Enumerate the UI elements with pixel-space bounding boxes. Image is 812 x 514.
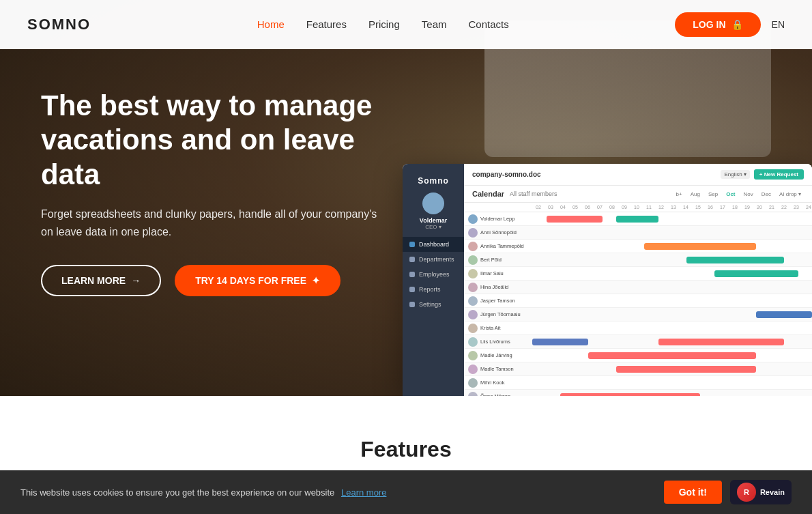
table-row: Jasper Tamson xyxy=(464,294,812,308)
app-screenshot: Somno Voldemar CEO ▾ Dashboard Departmen… xyxy=(403,164,812,396)
employee-name: Krista Ait xyxy=(464,324,532,333)
app-sidebar-logo: Somno xyxy=(403,172,464,192)
date-05: 05 xyxy=(569,203,581,212)
avatar xyxy=(468,214,478,224)
employee-name: Madle Tamson xyxy=(464,365,532,374)
avatar xyxy=(468,351,478,360)
month-oct-label[interactable]: Oct xyxy=(723,190,738,198)
date-02: 02 xyxy=(532,203,545,212)
date-19: 19 xyxy=(741,203,753,212)
nav-team[interactable]: Team xyxy=(422,18,447,30)
avatar xyxy=(468,269,478,279)
calendar-cells xyxy=(532,349,812,362)
sidebar-item-employees[interactable]: Employees xyxy=(403,267,464,282)
avatar xyxy=(468,296,478,306)
date-03: 03 xyxy=(545,203,557,212)
login-button[interactable]: LOG IN 🔒 xyxy=(675,12,760,37)
ai-dropdown[interactable]: AI drop ▾ xyxy=(777,190,804,198)
date-07: 07 xyxy=(594,203,606,212)
date-17: 17 xyxy=(716,203,729,212)
calendar-cells xyxy=(532,281,812,294)
settings-icon xyxy=(409,302,415,307)
date-06: 06 xyxy=(581,203,594,212)
nav-home[interactable]: Home xyxy=(257,18,285,30)
employee-name: Bert Põld xyxy=(464,255,532,265)
calendar-cells xyxy=(532,322,812,335)
brand-logo: SOMNO xyxy=(27,16,91,33)
app-lang-badge[interactable]: English ▾ xyxy=(721,170,749,179)
cookie-right: Got it! R Revain xyxy=(664,480,792,489)
calendar-rows: Voldemar Lepp Anni Sõnnopöld xyxy=(464,212,812,396)
calendar-cells xyxy=(532,212,812,226)
hero-content: The best way to manage vacations and on … xyxy=(0,0,423,337)
avatar xyxy=(468,242,478,251)
sidebar-item-dashboard[interactable]: Dashboard xyxy=(403,237,464,252)
table-row: Õnne Mikson xyxy=(464,390,812,396)
date-11: 11 xyxy=(643,203,655,212)
try-free-button[interactable]: TRY 14 DAYS FOR FREE ✦ xyxy=(175,265,340,296)
reports-icon xyxy=(409,287,415,292)
calendar-cells xyxy=(532,362,812,376)
learn-more-button[interactable]: LEARN MORE → xyxy=(41,265,161,296)
calendar-cells xyxy=(532,294,812,308)
calendar-cells xyxy=(532,253,812,267)
revain-label: Revain xyxy=(760,488,785,489)
avatar xyxy=(468,365,478,374)
employee-name: Jürgen Tõornaalu xyxy=(464,310,532,319)
avatar xyxy=(468,255,478,265)
nav-features[interactable]: Features xyxy=(306,18,347,30)
date-04: 04 xyxy=(557,203,569,212)
avatar xyxy=(468,337,478,347)
departments-icon xyxy=(409,257,415,262)
month-aug[interactable]: b+ xyxy=(673,190,685,198)
nav-contacts[interactable]: Contacts xyxy=(469,18,509,30)
arrow-right-icon: → xyxy=(131,275,141,286)
new-request-button[interactable]: + New Request xyxy=(754,169,804,180)
table-row: Bert Põld xyxy=(464,253,812,267)
sidebar-item-departments[interactable]: Departments xyxy=(403,252,464,267)
app-topbar: company-somno.doc English ▾ + New Reques… xyxy=(464,164,812,186)
date-09: 09 xyxy=(618,203,630,212)
app-sidebar-role: CEO ▾ xyxy=(403,224,464,230)
date-14: 14 xyxy=(680,203,692,212)
sidebar-item-reports[interactable]: Reports xyxy=(403,282,464,297)
table-row: Annika Tammepöld xyxy=(464,240,812,253)
nav-pricing[interactable]: Pricing xyxy=(368,18,400,30)
calendar-subtitle: All staff members xyxy=(510,190,557,197)
lang-selector[interactable]: EN xyxy=(772,19,785,30)
month-aug-label[interactable]: Aug xyxy=(688,190,703,198)
table-row: Hina Jõeälid xyxy=(464,281,812,294)
nav-links: Home Features Pricing Team Contacts xyxy=(257,18,509,31)
date-23: 23 xyxy=(790,203,802,212)
employee-name: Mihri Kook xyxy=(464,378,532,388)
leave-bar-blue xyxy=(756,311,812,318)
learn-more-link[interactable]: Learn more xyxy=(341,487,386,490)
app-calendar-header: Calendar All staff members b+ Aug Sep Oc… xyxy=(464,186,812,203)
got-it-button[interactable]: Got it! xyxy=(664,481,722,489)
sidebar-item-settings[interactable]: Settings xyxy=(403,297,464,312)
avatar xyxy=(468,378,478,388)
app-sidebar: Somno Voldemar CEO ▾ Dashboard Departmen… xyxy=(403,164,464,396)
month-sep-label[interactable]: Sep xyxy=(706,190,721,198)
date-21: 21 xyxy=(766,203,778,212)
features-title: Features xyxy=(27,437,785,462)
employee-name: Annika Tammepöld xyxy=(464,242,532,251)
month-dec-label[interactable]: Dec xyxy=(759,190,774,198)
date-08: 08 xyxy=(606,203,618,212)
avatar xyxy=(468,283,478,292)
employee-name: Voldemar Lepp xyxy=(464,214,532,224)
leave-bar xyxy=(547,216,603,223)
date-24: 24 xyxy=(802,203,812,212)
avatar xyxy=(468,228,478,238)
leave-bar-teal xyxy=(616,216,658,223)
hero-title: The best way to manage vacations and on … xyxy=(41,89,382,192)
month-nov-label[interactable]: Nov xyxy=(741,190,756,198)
table-row: Ilmar Salu xyxy=(464,267,812,281)
leave-bar-teal xyxy=(714,270,798,277)
table-row: Jürgen Tõornaalu xyxy=(464,308,812,322)
employee-name: Liis Livõrums xyxy=(464,337,532,347)
table-row: Madle Tamson xyxy=(464,362,812,376)
table-row: Madle Järving xyxy=(464,349,812,362)
lock-icon: 🔒 xyxy=(731,19,743,30)
employee-name: Hina Jõeälid xyxy=(464,283,532,292)
